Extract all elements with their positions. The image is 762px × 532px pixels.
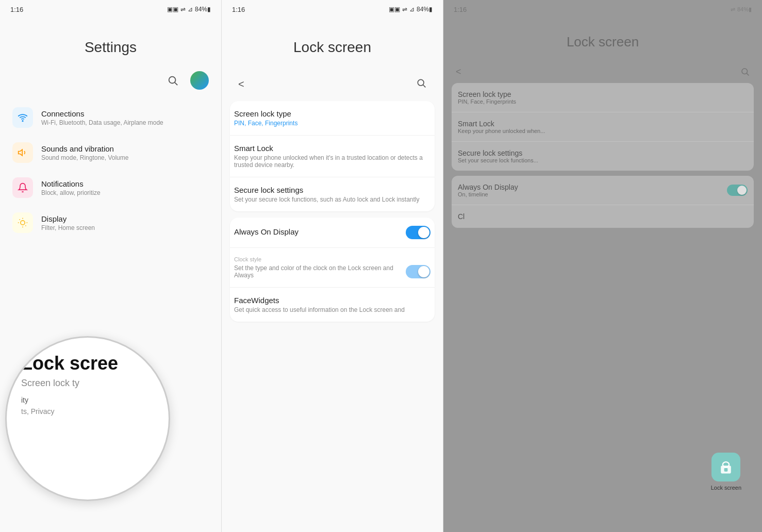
panel3-item-cl: Cl bbox=[452, 205, 754, 228]
dimmed-lock-screen-panel: 1:16 ⇌ 84%▮ Lock screen < bbox=[443, 0, 762, 532]
nav-bar-2: < bbox=[222, 71, 443, 97]
svg-rect-20 bbox=[724, 468, 728, 472]
aod-card: Always On Display Clock style Set the ty… bbox=[230, 218, 435, 322]
facewidgets-subtitle: Get quick access to useful information o… bbox=[234, 306, 430, 313]
panel3-item-aod: Always On Display On, timeline bbox=[452, 176, 754, 205]
panel3-inner: 1:16 ⇌ 84%▮ Lock screen < bbox=[443, 0, 762, 228]
lock-item-clock-style[interactable]: Clock style Set the type and color of th… bbox=[230, 248, 435, 288]
lock-item-secure-lock[interactable]: Secure lock settings Set your secure loc… bbox=[230, 177, 435, 211]
connections-text: Connections Wi-Fi, Bluetooth, Data usage… bbox=[41, 109, 209, 126]
battery-text-2: 84%▮ bbox=[417, 6, 433, 13]
svg-line-14 bbox=[747, 73, 749, 75]
lock-screen-panel: 1:16 ▣▣ ⇌ ⊿ 84%▮ Lock screen < Screen lo… bbox=[222, 0, 443, 532]
mag1-title: Lock scree bbox=[21, 353, 154, 374]
p3-secure-lock-sub: Set your secure lock functions... bbox=[458, 157, 748, 163]
screen-lock-type-title: Screen lock type bbox=[234, 109, 430, 118]
display-subtitle: Filter, Home screen bbox=[41, 224, 209, 231]
panel3-title: Lock screen bbox=[443, 19, 762, 60]
p3-secure-lock-title: Secure lock settings bbox=[458, 149, 748, 157]
svg-marker-3 bbox=[19, 149, 23, 156]
sounds-icon bbox=[12, 142, 33, 163]
lock-item-facewidgets[interactable]: FaceWidgets Get quick access to useful i… bbox=[230, 288, 435, 322]
back-button-2[interactable]: < bbox=[234, 76, 249, 92]
p3-aod-toggle bbox=[727, 185, 748, 196]
display-text: Display Filter, Home screen bbox=[41, 214, 209, 231]
clock-toggle[interactable] bbox=[406, 265, 430, 278]
p3-aod-sub: On, timeline bbox=[458, 191, 518, 197]
lock-item-smart-lock[interactable]: Smart Lock Keep your phone unlocked when… bbox=[230, 136, 435, 177]
screen-lock-type-subtitle: PIN, Face, Fingerprints bbox=[234, 120, 430, 127]
p3-cl-title: Cl bbox=[458, 212, 748, 221]
magnifier-circle-1: Lock scree Screen lock ty ity ts, Privac… bbox=[5, 336, 170, 501]
time-1: 1:16 bbox=[10, 6, 23, 13]
notifications-text: Notifications Block, allow, prioritize bbox=[41, 179, 209, 196]
wifi-icon: ⇌ bbox=[180, 6, 186, 13]
aod-toggle[interactable] bbox=[406, 226, 430, 239]
aod-title: Always On Display bbox=[234, 227, 299, 236]
search-button-1[interactable] bbox=[163, 71, 182, 90]
mag1-extra1: ity bbox=[21, 396, 154, 404]
lock-items-card: Screen lock type PIN, Face, Fingerprints… bbox=[230, 101, 435, 211]
svg-point-4 bbox=[21, 221, 25, 225]
time-2: 1:16 bbox=[232, 6, 245, 13]
notifications-title: Notifications bbox=[41, 179, 209, 188]
connections-subtitle: Wi-Fi, Bluetooth, Data usage, Airplane m… bbox=[41, 119, 209, 126]
signal-icon: ⊿ bbox=[188, 6, 193, 13]
sidebar-item-notifications[interactable]: Notifications Block, allow, prioritize bbox=[4, 170, 217, 205]
status-bar-2: 1:16 ▣▣ ⇌ ⊿ 84%▮ bbox=[222, 0, 443, 19]
clock-style-label: Clock style bbox=[234, 256, 430, 262]
smart-lock-subtitle: Keep your phone unlocked when it's in a … bbox=[234, 154, 430, 169]
status-icons-2-text: ▣▣ bbox=[389, 6, 400, 13]
panel3-item-secure-lock: Secure lock settings Set your secure loc… bbox=[452, 142, 754, 171]
small-lock-icon bbox=[719, 459, 733, 475]
status-bar-3: 1:16 ⇌ 84%▮ bbox=[443, 0, 762, 19]
lock-item-screen-lock-type[interactable]: Screen lock type PIN, Face, Fingerprints bbox=[230, 101, 435, 136]
p3-smart-lock-title: Smart Lock bbox=[458, 120, 748, 128]
panel3-item-screen-lock: Screen lock type PIN, Face, Fingerprints bbox=[452, 83, 754, 112]
mag1-extra2: ts, Privacy bbox=[21, 407, 154, 415]
svg-point-2 bbox=[22, 121, 23, 122]
battery-3: 84%▮ bbox=[737, 6, 752, 13]
p3-smart-lock-sub: Keep your phone unlocked when... bbox=[458, 128, 748, 134]
panel3-content: 1:16 ⇌ 84%▮ Lock screen < bbox=[443, 0, 762, 532]
sidebar-item-connections[interactable]: Connections Wi-Fi, Bluetooth, Data usage… bbox=[4, 100, 217, 135]
back-button-3: < bbox=[456, 66, 461, 77]
user-avatar[interactable] bbox=[190, 71, 209, 90]
svg-point-13 bbox=[742, 69, 748, 74]
clock-style-hint: Set the type and color of the clock on t… bbox=[234, 264, 406, 279]
status-bar-1: 1:16 ▣▣ ⇌ ⊿ 84%▮ bbox=[0, 0, 221, 19]
lock-item-aod[interactable]: Always On Display bbox=[230, 218, 435, 248]
search-button-2[interactable] bbox=[412, 76, 430, 93]
svg-line-12 bbox=[423, 85, 426, 87]
svg-line-8 bbox=[25, 225, 26, 226]
wifi-icon-3: ⇌ bbox=[731, 6, 735, 13]
secure-lock-subtitle: Set your secure lock functions, such as … bbox=[234, 196, 430, 203]
display-title: Display bbox=[41, 214, 209, 223]
p3-screen-lock-title: Screen lock type bbox=[458, 90, 748, 98]
panel3-card1: Screen lock type PIN, Face, Fingerprints… bbox=[452, 83, 754, 171]
sidebar-item-display[interactable]: Display Filter, Home screen bbox=[4, 205, 217, 240]
p3-screen-lock-sub: PIN, Face, Fingerprints bbox=[458, 98, 748, 105]
settings-panel: 1:16 ▣▣ ⇌ ⊿ 84%▮ Settings bbox=[0, 0, 222, 532]
signal-icon-2: ⊿ bbox=[409, 6, 415, 13]
wifi-icon-2: ⇌ bbox=[402, 6, 407, 13]
lock-items-list: Screen lock type PIN, Face, Fingerprints… bbox=[222, 101, 443, 322]
small-app-label: Lock screen bbox=[711, 485, 741, 491]
search-icon-3 bbox=[740, 67, 750, 76]
status-icons-2: ▣▣ ⇌ ⊿ 84%▮ bbox=[389, 6, 433, 13]
svg-line-1 bbox=[175, 82, 177, 85]
notifications-subtitle: Block, allow, prioritize bbox=[41, 189, 209, 196]
small-lock-screen-icon bbox=[711, 453, 740, 481]
battery-text: 84%▮ bbox=[195, 6, 211, 13]
sidebar-item-sounds[interactable]: Sounds and vibration Sound mode, Rington… bbox=[4, 135, 217, 170]
search-avatar-row bbox=[0, 71, 221, 100]
settings-list: Connections Wi-Fi, Bluetooth, Data usage… bbox=[0, 100, 221, 240]
mag1-subtitle: Screen lock ty bbox=[21, 378, 154, 389]
sounds-title: Sounds and vibration bbox=[41, 144, 209, 153]
p3-aod-title: Always On Display bbox=[458, 183, 518, 191]
svg-line-7 bbox=[20, 220, 20, 220]
svg-point-11 bbox=[418, 79, 424, 86]
status-icons-text: ▣▣ bbox=[167, 6, 178, 13]
status-icons-1: ▣▣ ⇌ ⊿ 84%▮ bbox=[167, 6, 211, 13]
panel3-card2: Always On Display On, timeline Cl bbox=[452, 176, 754, 228]
